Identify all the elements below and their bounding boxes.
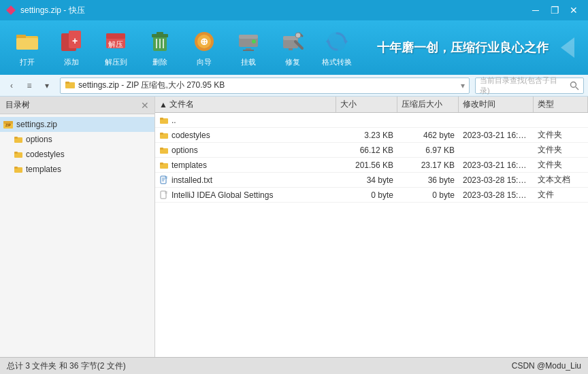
close-button[interactable]: ✕: [565, 3, 583, 18]
file-size-cell: 0 byte: [336, 190, 397, 200]
add-icon: +: [59, 29, 84, 54]
open-label: 打开: [20, 57, 35, 67]
svg-marker-32: [326, 39, 329, 44]
svg-rect-12: [157, 32, 163, 35]
file-date-cell: 2023-03-28 15:…: [459, 175, 534, 185]
search-box: 当前目录查找(包含子目录): [475, 78, 584, 94]
tree-codestyles-label: codestyles: [26, 150, 65, 159]
svg-rect-61: [165, 191, 167, 194]
svg-point-30: [327, 32, 346, 51]
folder-icon: [159, 131, 169, 140]
nav-bar: ‹ ≡ ▾ settings.zip - ZIP 压缩包,大小 270.95 K…: [0, 75, 588, 97]
mount-label: 挂载: [241, 57, 256, 67]
status-left: 总计 3 文件夹 和 36 字节(2 文件): [7, 360, 126, 372]
table-row[interactable]: options 66.12 KB 6.97 KB 文件夹: [155, 143, 588, 158]
file-name-cell: codestyles: [155, 131, 336, 140]
toolbar-mount-button[interactable]: 挂载: [228, 24, 269, 71]
file-type-cell: 文本文档: [534, 174, 588, 186]
tree-item-codestyles[interactable]: codestyles: [0, 147, 154, 162]
convert-icon: [324, 29, 350, 54]
delete-icon: [147, 29, 173, 54]
file-date-cell: 2023-03-28 15:…: [459, 190, 534, 200]
toolbar-extract-button[interactable]: 解压 解压到: [95, 24, 136, 71]
back-button[interactable]: ‹: [4, 78, 19, 93]
path-dropdown-icon[interactable]: ▾: [461, 81, 465, 90]
svg-rect-42: [14, 137, 18, 139]
convert-label: 格式转换: [322, 57, 352, 67]
svg-marker-31: [345, 39, 348, 44]
file-name-cell: options: [155, 146, 336, 155]
path-icon: [65, 79, 76, 92]
column-header-size[interactable]: 大小: [336, 97, 397, 112]
title-bar: settings.zip - 快压 ─ ❐ ✕: [0, 0, 588, 20]
parent-folder-icon: [159, 116, 169, 125]
toolbar: 打开 + 添加 解压 解压到: [0, 20, 588, 75]
view-dropdown-button[interactable]: ▾: [39, 78, 54, 93]
svg-rect-35: [65, 82, 69, 84]
tree-header: 目录树 ✕: [0, 97, 154, 114]
toolbar-slogan: 十年磨一创，压缩行业良心之作: [361, 39, 551, 56]
restore-button[interactable]: ❐: [546, 3, 564, 18]
path-box[interactable]: settings.zip - ZIP 压缩包,大小 270.95 KB ▾: [60, 78, 470, 94]
tree-root-label: settings.zip: [16, 120, 57, 129]
column-header-csize[interactable]: 压缩后大小: [397, 97, 459, 112]
tree-item-templates[interactable]: templates: [0, 162, 154, 177]
toolbar-delete-button[interactable]: 删除: [140, 24, 180, 71]
svg-rect-20: [239, 35, 258, 39]
file-type-cell: 文件夹: [534, 144, 588, 156]
blank-file-icon: [159, 190, 169, 200]
svg-rect-3: [16, 38, 38, 50]
toolbar-open-button[interactable]: 打开: [7, 24, 48, 71]
minimize-button[interactable]: ─: [527, 3, 544, 18]
file-size-cell: 3.23 KB: [336, 131, 397, 140]
table-row[interactable]: ..: [155, 113, 588, 128]
tree-panel: 目录树 ✕ ZIP settings.zip options: [0, 97, 155, 357]
file-type-cell: 文件夹: [534, 159, 588, 171]
file-csize-cell: 23.17 KB: [397, 160, 459, 170]
open-icon: [14, 29, 40, 54]
svg-text:解压: 解压: [108, 40, 123, 48]
tree-item-options[interactable]: options: [0, 132, 154, 147]
table-row[interactable]: codestyles 3.23 KB 462 byte 2023-03-21 1…: [155, 128, 588, 143]
file-csize-cell: 6.97 KB: [397, 146, 459, 155]
main-content: 目录树 ✕ ZIP settings.zip options: [0, 97, 588, 357]
svg-point-23: [252, 39, 256, 44]
file-size-cell: 34 byte: [336, 175, 397, 185]
svg-rect-8: [106, 33, 125, 39]
search-icon[interactable]: [570, 81, 579, 90]
search-placeholder-text: 当前目录查找(包含子目录): [480, 75, 567, 96]
sort-arrow: ▲: [159, 100, 167, 109]
file-type-cell: 文件: [534, 189, 588, 201]
status-right: CSDN @Modu_Liu: [512, 361, 581, 371]
file-list-header: ▲ 文件名 大小 压缩后大小 修改时间 类型: [155, 97, 588, 113]
toolbar-convert-button[interactable]: 格式转换: [316, 24, 357, 71]
decorative-arrow: [554, 34, 581, 61]
wizard-label: 向导: [197, 57, 212, 67]
table-row[interactable]: installed.txt 34 byte 36 byte 2023-03-28…: [155, 173, 588, 188]
mount-icon: [235, 29, 261, 54]
toolbar-add-button[interactable]: + 添加: [51, 24, 92, 71]
tree-close-button[interactable]: ✕: [141, 101, 149, 110]
column-header-name[interactable]: ▲ 文件名: [155, 97, 336, 112]
text-file-icon: [159, 175, 169, 185]
list-view-button[interactable]: ≡: [22, 78, 37, 93]
tree-item-root[interactable]: ZIP settings.zip: [0, 117, 154, 132]
file-name-cell: templates: [155, 160, 336, 170]
svg-rect-44: [14, 152, 18, 154]
svg-text:ZIP: ZIP: [5, 123, 11, 127]
svg-rect-54: [160, 163, 163, 165]
svg-text:⊕: ⊕: [200, 36, 208, 47]
folder-icon: [159, 146, 169, 155]
column-header-type[interactable]: 类型: [534, 97, 588, 112]
svg-line-37: [576, 87, 578, 90]
folder-icon: [159, 160, 169, 170]
svg-marker-0: [6, 5, 16, 15]
table-row[interactable]: templates 201.56 KB 23.17 KB 2023-03-21 …: [155, 158, 588, 173]
column-header-date[interactable]: 修改时间: [459, 97, 534, 112]
toolbar-wizard-button[interactable]: ⊕ 向导: [184, 24, 225, 71]
table-row[interactable]: IntelliJ IDEA Global Settings 0 byte 0 b…: [155, 188, 588, 203]
file-type-cell: 文件夹: [534, 129, 588, 141]
toolbar-repair-button[interactable]: 修复: [272, 24, 313, 71]
svg-rect-50: [160, 133, 163, 135]
file-rows: .. codestyles 3.23 KB 462 byte 20: [155, 113, 588, 357]
